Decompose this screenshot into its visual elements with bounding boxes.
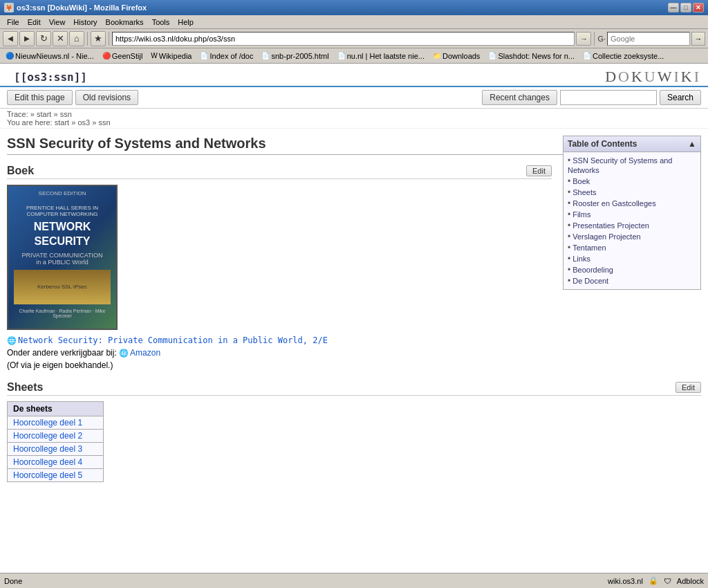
location-start[interactable]: start [55,118,69,127]
menu-history[interactable]: History [69,17,101,28]
availability-paragraph: Onder andere verkrijgbaar bij: 🌐Amazon [7,348,701,358]
book-authors: Charlie Kaufman · Radia Perlman · Mike S… [14,309,111,318]
sheets-section-title: Sheets [7,381,43,394]
sheets-edit-button[interactable]: Edit [676,382,701,393]
back-button[interactable]: ◄ [3,31,18,46]
maximize-button[interactable]: □ [680,3,691,12]
toolbar-separator-3 [594,32,595,46]
bookmark-nunl[interactable]: 📄 nu.nl | Het laatste nie... [335,51,427,61]
firefox-icon: 🦊 [4,3,14,12]
wiki-content: Table of Contents ▲ SSN Security of Syst… [0,129,708,489]
refresh-button[interactable]: ↻ [36,31,51,46]
table-row: Hoorcollege deel 1 [8,416,104,430]
toc-link-beoordeling[interactable]: Beoordeling [572,266,613,274]
sheet-link-3[interactable]: Hoorcollege deel 3 [13,444,82,454]
toc-link-rooster[interactable]: Rooster en Gastcolleges [572,199,655,208]
bookmark-collectie[interactable]: 📄 Collectie zoeksyste... [580,51,667,61]
trace-label: Trace: » [7,110,35,118]
book-series-label: PRENTICE HALL SERIES IN COMPUTER NETWORK… [14,205,111,217]
toc-item: Presentaties Projecten [568,220,696,231]
bookmark-icon-wikipedia: W [151,52,157,59]
toc-link-verslagen[interactable]: Verslagen Projecten [572,232,640,241]
status-text: Done [4,577,22,585]
toc-link-sheets[interactable]: Sheets [572,188,596,196]
toc-link-boek[interactable]: Boek [572,177,590,185]
bookmark-slashdot[interactable]: 📄 Slashdot: News for n... [485,51,577,61]
titlebar-buttons[interactable]: — □ ✕ [668,3,704,12]
toc-link-links[interactable]: Links [572,255,590,263]
bookmark-icon-nieuwnieuws: 🔵 [6,52,14,59]
sheet-link-1[interactable]: Hoorcollege deel 1 [13,418,82,428]
wiki-search-button[interactable]: Search [660,90,701,105]
sheets-table: De sheets Hoorcollege deel 1 Hoorcollege… [7,401,104,482]
forward-button[interactable]: ► [19,31,35,46]
titlebar-left: 🦊 os3:ssn [DokuWiki] - Mozilla Firefox [4,3,147,12]
window-title: os3:ssn [DokuWiki] - Mozilla Firefox [17,3,147,12]
wiki-logo: DokuWiki [605,68,701,86]
sheet-link-5[interactable]: Hoorcollege deel 5 [13,470,82,480]
table-of-contents: Table of Contents ▲ SSN Security of Syst… [563,136,701,290]
amazon-link[interactable]: Amazon [130,348,160,358]
old-revisions-button[interactable]: Old revisions [75,90,138,105]
home-button[interactable]: ⌂ [69,31,84,46]
menu-file[interactable]: File [3,17,24,28]
recent-changes-button[interactable]: Recent changes [482,90,557,105]
wiki-search-input[interactable] [560,90,657,105]
close-button[interactable]: ✕ [693,3,704,12]
boek-section-title: Boek [7,165,34,177]
bookmark-icon-collectie: 📄 [583,52,591,59]
trace-start[interactable]: start [37,110,51,118]
toc-link-tentamen[interactable]: Tentamen [572,244,606,252]
statusbar: Done wiki.os3.nl 🔒 🛡 Adblock [0,573,708,588]
bookmark-nieuwnieuws[interactable]: 🔵 NieuwNieuws.nl - Nie... [3,51,97,61]
google-search-button[interactable]: → [691,32,705,46]
bookmark-indexofdoc[interactable]: 📄 Index of /doc [197,51,256,61]
toc-toggle-icon[interactable]: ▲ [688,139,696,149]
minimize-button[interactable]: — [668,3,679,12]
book-external-link[interactable]: Network Security: Private Communication … [18,336,328,345]
bookmark-add-button[interactable]: ★ [91,31,106,46]
wiki-toolbar-right: Recent changes Search [482,90,701,105]
bookmark-wikipedia[interactable]: W Wikipedia [148,51,194,61]
namespace-link[interactable]: os3:ssn [27,71,73,84]
bookmark-snbpr2005[interactable]: 📄 snb-pr-2005.html [259,51,331,61]
address-bar[interactable] [112,32,575,46]
toc-item: De Docent [568,275,696,286]
toc-link-presentaties[interactable]: Presentaties Projecten [572,221,649,230]
bookmark-icon-geenstijl: 🔴 [102,52,111,59]
toc-item: SSN Security of Systems and Networks [568,155,696,176]
boek-section-header: Boek Edit [7,165,552,179]
globe-icon-book: 🌐 [7,336,17,344]
google-search-input[interactable] [607,32,690,46]
menu-edit[interactable]: Edit [24,17,45,28]
edit-page-button[interactable]: Edit this page [7,90,73,105]
trace-ssn[interactable]: ssn [60,110,72,118]
toc-link-films[interactable]: Films [572,210,590,219]
bookmark-geenstijl[interactable]: 🔴 GeenStijl [100,51,146,61]
stop-button[interactable]: ✕ [53,31,68,46]
menu-tools[interactable]: Tools [148,17,174,28]
statusbar-url: wiki.os3.nl [608,577,643,585]
toc-item: Films [568,209,696,220]
book-edition-label: SECOND EDITION [8,190,116,196]
location-ssn[interactable]: ssn [98,118,110,127]
menu-help[interactable]: Help [174,17,198,28]
book-title: NETWORKSECURITY [34,220,91,249]
menu-view[interactable]: View [45,17,70,28]
bookmark-downloads[interactable]: 📁 Downloads [430,51,483,61]
boek-edit-button[interactable]: Edit [526,165,552,176]
menu-bookmarks[interactable]: Bookmarks [102,17,148,28]
go-button[interactable]: → [576,32,591,46]
menubar: File Edit View History Bookmarks Tools H… [0,15,708,29]
wiki-toolbar: Edit this page Old revisions Recent chan… [0,87,708,109]
book-image-decoration: Kerberos·SSL·IPsec [14,270,111,304]
table-row: Hoorcollege deel 5 [8,469,104,482]
location-os3[interactable]: os3 [77,118,90,127]
sheet-link-2[interactable]: Hoorcollege deel 2 [13,431,82,441]
table-row: Hoorcollege deel 3 [8,443,104,456]
bookmark-icon-slashdot: 📄 [488,52,496,59]
toc-link-ssn[interactable]: SSN Security of Systems and Networks [568,156,672,174]
statusbar-lock-icon: 🔒 [649,576,658,585]
toc-link-docent[interactable]: De Docent [572,277,608,285]
sheet-link-4[interactable]: Hoorcollege deel 4 [13,457,82,467]
